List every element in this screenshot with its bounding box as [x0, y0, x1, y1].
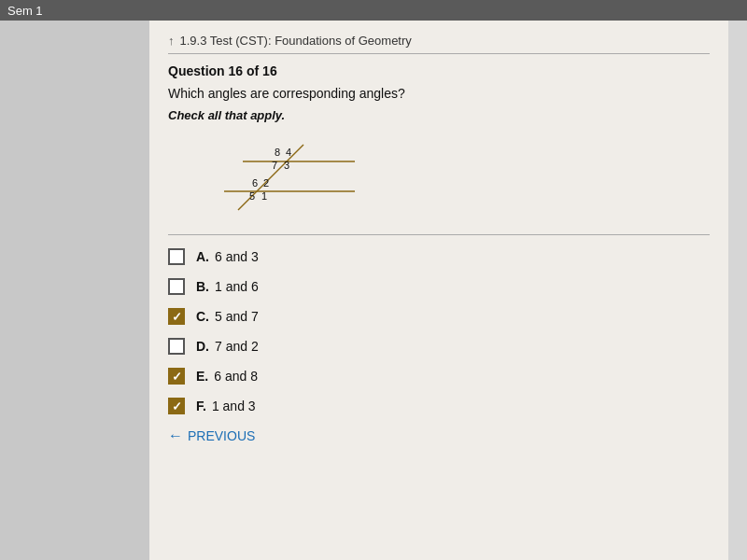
sem-label: Sem 1 [7, 4, 43, 18]
option-letter-0: A. [196, 249, 209, 264]
option-item-c[interactable]: C.5 and 7 [168, 308, 710, 325]
option-text-5: 1 and 3 [212, 399, 256, 413]
check-all-instruction: Check all that apply. [168, 108, 710, 122]
option-letter-1: B. [196, 279, 209, 294]
svg-text:2: 2 [263, 177, 269, 189]
option-text-1: 1 and 6 [215, 279, 259, 294]
content-area: ↑ 1.9.3 Test (CST): Foundations of Geome… [0, 21, 747, 560]
checkbox-c[interactable] [168, 308, 185, 325]
checkbox-d[interactable] [168, 338, 185, 355]
previous-label: PREVIOUS [188, 428, 255, 443]
svg-line-2 [238, 145, 303, 210]
option-text-2: 5 and 7 [215, 309, 259, 324]
option-letter-4: E. [196, 369, 208, 384]
svg-text:5: 5 [249, 190, 255, 202]
option-letter-5: F. [196, 399, 206, 413]
option-item-b[interactable]: B.1 and 6 [168, 278, 710, 295]
options-list: A.6 and 3B.1 and 6C.5 and 7D.7 and 2E.6 … [168, 248, 710, 414]
main-panel: ↑ 1.9.3 Test (CST): Foundations of Geome… [149, 21, 728, 560]
previous-arrow-icon: ← [168, 427, 183, 444]
option-item-d[interactable]: D.7 and 2 [168, 338, 710, 355]
option-letter-2: C. [196, 309, 209, 324]
svg-text:8: 8 [275, 147, 280, 158]
checkbox-a[interactable] [168, 248, 185, 265]
svg-text:4: 4 [286, 147, 291, 158]
section-divider [168, 234, 710, 235]
diagram-area: 8 4 7 3 6 2 5 1 [187, 135, 374, 219]
breadcrumb-arrow-icon: ↑ [168, 34, 175, 48]
checkbox-f[interactable] [168, 398, 185, 414]
svg-text:7: 7 [272, 160, 277, 171]
svg-text:6: 6 [252, 177, 258, 189]
option-item-f[interactable]: F.1 and 3 [168, 398, 710, 414]
top-bar: Sem 1 [0, 0, 747, 21]
option-item-e[interactable]: E.6 and 8 [168, 368, 710, 385]
question-label: Question 16 of 16 [168, 63, 710, 78]
option-text-4: 6 and 8 [214, 369, 258, 384]
option-text-3: 7 and 2 [215, 339, 259, 354]
breadcrumb-bar: ↑ 1.9.3 Test (CST): Foundations of Geome… [168, 34, 710, 54]
checkbox-e[interactable] [168, 368, 185, 385]
option-letter-3: D. [196, 339, 209, 354]
breadcrumb-text: 1.9.3 Test (CST): Foundations of Geometr… [180, 34, 412, 48]
checkbox-b[interactable] [168, 278, 185, 295]
svg-text:3: 3 [284, 160, 289, 171]
question-text: Which angles are corresponding angles? [168, 86, 710, 101]
previous-button[interactable]: ← PREVIOUS [168, 427, 710, 444]
option-item-a[interactable]: A.6 and 3 [168, 248, 710, 265]
option-text-0: 6 and 3 [215, 249, 259, 264]
left-sidebar [0, 21, 149, 560]
svg-text:1: 1 [261, 190, 267, 202]
angles-diagram: 8 4 7 3 6 2 5 1 [187, 135, 374, 219]
